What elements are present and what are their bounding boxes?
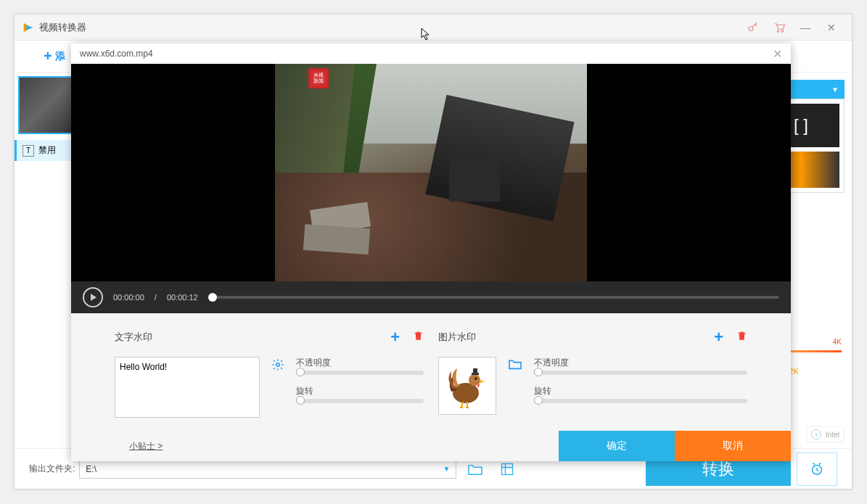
watermark-image-preview[interactable]	[438, 357, 496, 415]
ok-button[interactable]: 确定	[559, 431, 675, 461]
text-opacity-slider[interactable]	[296, 371, 424, 375]
image-rotate-label: 旋转	[534, 385, 747, 397]
progress-knob[interactable]	[208, 293, 217, 302]
svg-point-0	[749, 26, 753, 30]
current-time: 00:00:00	[113, 293, 144, 302]
output-folder-label: 输出文件夹:	[29, 463, 75, 475]
video-frame: 央视新闻	[275, 64, 587, 281]
watermark-dialog: www.x6d.com.mp4 ✕ 央视新闻 00:00:00 / 00:00:…	[71, 44, 791, 461]
text-t-icon: T	[22, 145, 34, 157]
image-opacity-slider[interactable]	[534, 371, 747, 375]
output-folder-path: E:\	[86, 464, 96, 474]
svg-point-2	[781, 30, 783, 32]
title-bar: 视频转换器 — ✕	[15, 15, 852, 41]
play-icon	[91, 294, 96, 301]
cancel-button[interactable]: 取消	[675, 431, 791, 461]
image-rotate-slider[interactable]	[534, 399, 747, 403]
plus-icon: +	[44, 48, 52, 65]
video-thumbnail[interactable]	[18, 76, 76, 134]
video-preview: 央视新闻	[71, 64, 791, 281]
minimize-button[interactable]: —	[792, 15, 818, 41]
watermark-text-input[interactable]	[115, 357, 260, 418]
disable-watermark-button[interactable]: T 禁用	[15, 140, 80, 161]
delete-text-watermark-button[interactable]	[413, 330, 424, 344]
thumbnail-column: T 禁用	[15, 73, 80, 406]
video-controls: 00:00:00 / 00:00:12	[71, 281, 791, 313]
dialog-close-button[interactable]: ✕	[773, 47, 782, 61]
app-logo-icon	[22, 21, 35, 34]
svg-point-1	[777, 30, 778, 32]
close-window-button[interactable]: ✕	[818, 15, 845, 41]
add-file-label: 添	[55, 50, 65, 63]
broadcast-tag: 央视新闻	[308, 68, 329, 88]
dialog-titlebar: www.x6d.com.mp4 ✕	[71, 44, 791, 64]
add-text-watermark-button[interactable]: +	[390, 328, 400, 347]
intel-logo-icon: i	[811, 429, 821, 439]
turkey-icon	[444, 363, 490, 409]
chevron-down-icon: ▼	[831, 86, 839, 94]
chevron-down-icon: ▼	[443, 465, 450, 473]
text-rotate-label: 旋转	[296, 385, 424, 397]
time-separator: /	[155, 293, 157, 302]
text-rotate-slider[interactable]	[296, 399, 424, 403]
text-opacity-label: 不透明度	[296, 357, 424, 369]
intel-label: Intel	[826, 431, 839, 439]
hardware-accel-chip[interactable]: i Intel	[806, 426, 845, 442]
schedule-button[interactable]	[797, 453, 837, 486]
license-key-icon[interactable]	[740, 15, 766, 41]
svg-point-8	[474, 377, 477, 379]
browse-image-button[interactable]	[508, 358, 522, 373]
dialog-footer: 小贴士 > 确定 取消	[71, 431, 791, 461]
image-watermark-panel: 图片水印 +	[431, 328, 755, 431]
add-file-button[interactable]: + 添	[44, 48, 65, 65]
add-image-watermark-button[interactable]: +	[714, 328, 723, 347]
text-watermark-title: 文字水印	[115, 331, 390, 344]
svg-point-5	[276, 363, 280, 367]
text-watermark-panel: 文字水印 + 不透明度 旋转	[107, 328, 431, 431]
text-settings-button[interactable]	[271, 358, 284, 374]
duration: 00:00:12	[167, 293, 198, 302]
resolution-high-label: 4K	[833, 338, 842, 346]
image-watermark-title: 图片水印	[438, 331, 714, 344]
progress-bar[interactable]	[208, 296, 779, 299]
tips-link[interactable]: 小贴士 >	[129, 440, 163, 453]
dialog-title: www.x6d.com.mp4	[80, 49, 153, 59]
output-folder-select[interactable]: E:\ ▼	[79, 460, 456, 479]
watermark-panels: 文字水印 + 不透明度 旋转	[71, 313, 791, 431]
cart-icon[interactable]	[766, 15, 792, 41]
svg-rect-3	[502, 463, 513, 474]
disable-label: 禁用	[38, 144, 56, 157]
app-title: 视频转换器	[39, 21, 86, 34]
image-opacity-label: 不透明度	[534, 357, 747, 369]
play-button[interactable]	[83, 287, 103, 307]
delete-image-watermark-button[interactable]	[736, 330, 747, 344]
svg-rect-10	[473, 368, 477, 373]
